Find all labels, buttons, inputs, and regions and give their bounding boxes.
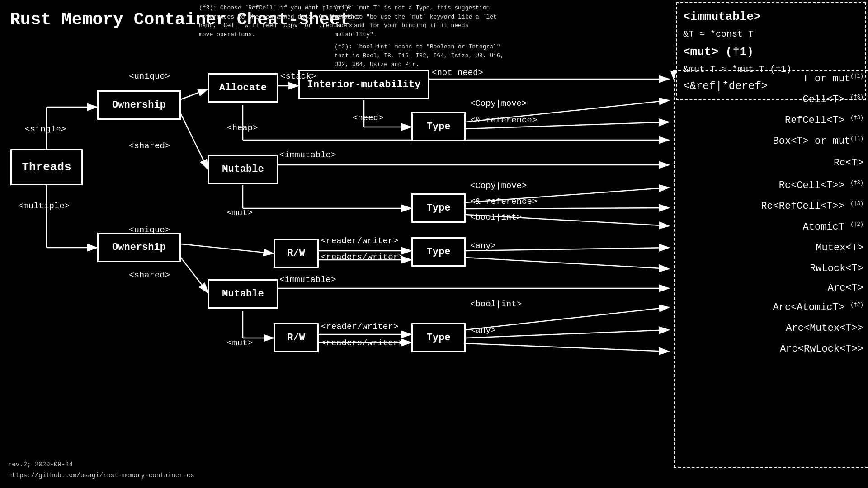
output-arc-rwlock: Arc<RwLock<T>>: [780, 343, 863, 355]
output-rc-t: Rc<T>: [834, 157, 863, 169]
output-mutex-t: Mutex<T>: [816, 242, 863, 253]
mutable-single-node: Mutable: [208, 155, 278, 184]
svg-line-25: [466, 248, 669, 251]
type4-node: Type: [411, 323, 466, 352]
svg-line-7: [181, 114, 208, 169]
output-rc-refcell: Rc<RefCell<T>> (†3): [761, 201, 863, 212]
footer-rev: rev.2; 2020-09-24: [8, 460, 194, 470]
label-ref2: <& reference>: [470, 197, 537, 206]
label-stack: <stack>: [280, 71, 316, 81]
label-readers-writer2: <readers/writer>: [321, 338, 403, 348]
label-immutable-top: <immutable>: [279, 150, 336, 160]
label-reader-writer2: <reader/writer>: [321, 322, 398, 332]
label-immutable-bottom: <immutable>: [279, 275, 336, 285]
rw1-node: R/W: [274, 239, 319, 268]
svg-line-35: [466, 343, 669, 352]
type1-node: Type: [411, 112, 466, 141]
label-single: <single>: [25, 124, 66, 134]
output-arc-mutex: Arc<Mutex<T>>: [786, 323, 863, 334]
svg-line-20: [466, 208, 669, 209]
label-need: <need>: [353, 113, 383, 123]
label-any2: <any>: [470, 325, 496, 335]
threads-node: Threads: [10, 149, 83, 185]
type2-node: Type: [411, 193, 466, 223]
label-unique-bottom: <unique>: [129, 225, 170, 235]
label-copy-move1: <Copy|move>: [470, 99, 527, 108]
output-arc-atomic: Arc<AtomicT> (†2): [773, 302, 863, 313]
svg-line-6: [181, 89, 208, 99]
allocate-node: Allocate: [208, 73, 278, 103]
label-shared-top: <shared>: [129, 141, 170, 151]
svg-line-33: [466, 307, 669, 330]
interior-mutability-node: Interior-mutability: [298, 70, 429, 99]
output-cell-t: Cell<T> (†3): [803, 94, 863, 105]
label-multiple: <multiple>: [18, 201, 70, 211]
label-ref1: <& reference>: [470, 115, 537, 125]
svg-line-26: [466, 258, 669, 269]
output-refcell-t: RefCell<T> (†3): [785, 115, 863, 126]
label-mut-top: <mut>: [227, 208, 253, 218]
label-mut-bottom: <mut>: [227, 338, 253, 348]
ownership-single-node: Ownership: [97, 90, 181, 120]
svg-line-22: [181, 244, 274, 253]
footer-url: https://github.com/usagi/rust-memory-con…: [8, 470, 194, 481]
output-atomic-t: AtomicT (†2): [803, 221, 863, 233]
type3-node: Type: [411, 237, 466, 267]
label-not-need: <not need>: [432, 68, 483, 78]
label-reader-writer1: <reader/writer>: [321, 236, 398, 246]
label-any1: <any>: [470, 241, 496, 251]
label-copy-move2: <Copy|move>: [470, 181, 527, 191]
label-bool-int2: <bool|int>: [470, 299, 522, 309]
output-t-or-mut: T or mut(†1): [803, 73, 863, 84]
mutable-multiple-node: Mutable: [208, 279, 278, 309]
label-shared-bottom: <shared>: [129, 270, 170, 280]
footer: rev.2; 2020-09-24 https://github.com/usa…: [8, 460, 194, 481]
label-bool-int1: <bool|int>: [470, 212, 522, 222]
ownership-multiple-node: Ownership: [97, 233, 181, 262]
svg-line-27: [181, 258, 208, 293]
output-rwlock-t: RwLock<T>: [810, 263, 863, 274]
label-heap: <heap>: [227, 123, 258, 133]
rw2-node: R/W: [274, 323, 319, 352]
output-box-t: Box<T> or mut(†1): [773, 136, 863, 147]
output-rc-cell: Rc<Cell<T>> (†3): [779, 180, 863, 191]
svg-line-34: [466, 330, 669, 338]
label-readers-writer1: <readers/writer>: [321, 252, 403, 262]
output-arc-t: Arc<T>: [828, 282, 863, 294]
label-unique-top: <unique>: [129, 71, 170, 81]
